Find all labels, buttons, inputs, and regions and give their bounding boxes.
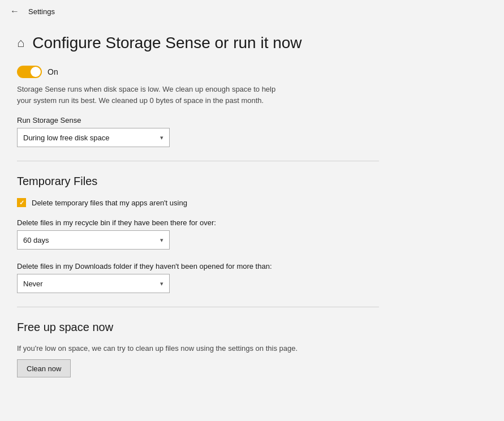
free-up-title: Free up space now: [17, 321, 379, 334]
recycle-bin-dropdown[interactable]: 60 days ▾: [17, 230, 170, 250]
clean-now-button[interactable]: Clean now: [17, 359, 71, 377]
back-button[interactable]: ←: [7, 3, 23, 19]
free-up-description: If you're low on space, we can try to cl…: [17, 344, 334, 353]
home-icon: ⌂: [17, 36, 24, 50]
delete-temp-label: Delete temporary files that my apps aren…: [32, 199, 187, 207]
checkbox-check-icon: ✓: [19, 199, 24, 207]
delete-temp-row: ✓ Delete temporary files that my apps ar…: [17, 198, 379, 207]
storage-sense-toggle[interactable]: [17, 66, 42, 78]
downloads-group: Delete files in my Downloads folder if t…: [17, 262, 379, 293]
recycle-bin-value: 60 days: [23, 236, 49, 244]
downloads-dropdown[interactable]: Never ▾: [17, 274, 170, 293]
divider-2: [17, 307, 379, 307]
run-dropdown[interactable]: During low free disk space ▾: [17, 128, 170, 147]
downloads-value: Never: [23, 280, 43, 288]
temporary-files-title: Temporary Files: [17, 175, 379, 188]
toggle-thumb: [31, 67, 41, 77]
storage-sense-description: Storage Sense runs when disk space is lo…: [17, 84, 277, 106]
main-content: ⌂ Configure Storage Sense or run it now …: [0, 23, 396, 400]
page-title-row: ⌂ Configure Storage Sense or run it now: [17, 34, 379, 52]
app-name: Settings: [28, 7, 55, 16]
delete-temp-checkbox[interactable]: ✓: [17, 198, 26, 207]
toggle-label: On: [48, 67, 58, 76]
toggle-row: On: [17, 66, 379, 78]
title-bar: ← Settings: [0, 0, 504, 23]
recycle-bin-chevron-icon: ▾: [160, 237, 163, 244]
run-dropdown-chevron-icon: ▾: [160, 134, 163, 141]
divider-1: [17, 161, 379, 161]
downloads-label: Delete files in my Downloads folder if t…: [17, 262, 379, 270]
run-label: Run Storage Sense: [17, 116, 379, 124]
recycle-bin-label: Delete files in my recycle bin if they h…: [17, 218, 379, 227]
downloads-chevron-icon: ▾: [160, 280, 163, 287]
page-title: Configure Storage Sense or run it now: [32, 34, 301, 52]
back-icon: ←: [10, 6, 19, 16]
run-dropdown-value: During low free disk space: [23, 134, 109, 142]
run-storage-sense-group: Run Storage Sense During low free disk s…: [17, 116, 379, 147]
recycle-bin-group: Delete files in my recycle bin if they h…: [17, 218, 379, 250]
